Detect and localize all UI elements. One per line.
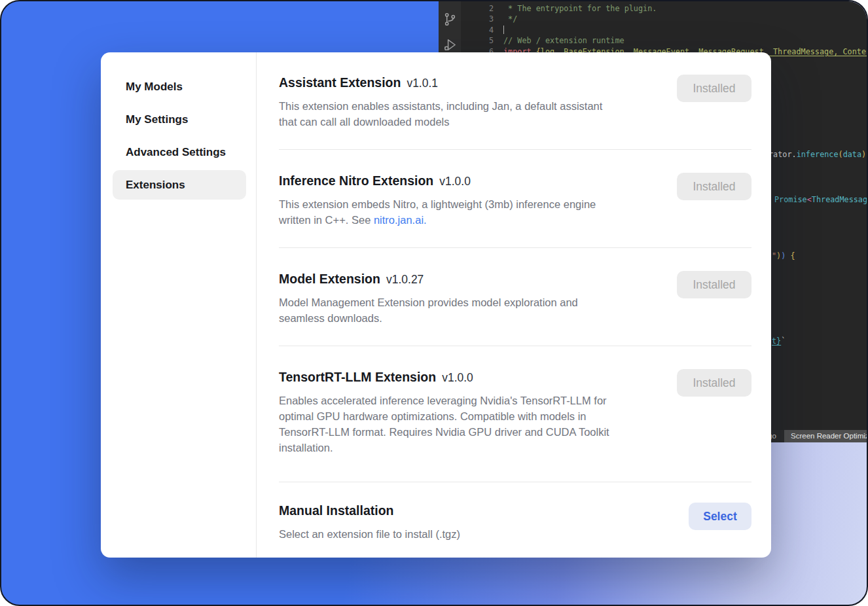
sidebar-item-advanced-settings[interactable]: Advanced Settings [113,137,246,167]
code-text: ( [839,150,843,159]
code-text: inference [797,150,839,159]
extension-version: v1.0.0 [442,371,473,385]
extension-name: TensortRT-LLM Extension [279,368,436,385]
extension-title-line: Inference Nitro Extension v1.0.0 [279,172,662,189]
description-line: seamless downloads. [279,310,662,326]
code-text: data [843,150,861,159]
code-text: < [807,195,812,204]
extension-name: Inference Nitro Extension [279,172,433,189]
extension-description: Enables accelerated inference leveraging… [279,393,662,455]
extension-description: This extension enables assistants, inclu… [279,98,662,130]
sidebar-item-my-settings[interactable]: My Settings [113,105,246,134]
extension-info: Model Extension v1.0.27 Model Management… [279,270,662,326]
installed-button[interactable]: Installed [677,75,751,102]
installed-button[interactable]: Installed [677,369,751,397]
settings-modal: My Models My Settings Advanced Settings … [101,52,771,558]
extension-description: This extension embeds Nitro, a lightweig… [279,196,662,228]
sidebar-item-my-models[interactable]: My Models [113,72,246,101]
line-number: 4 [461,25,503,35]
code-comment: */ [503,14,517,24]
line-number: 2 [461,3,503,14]
extensions-list: Assistant Extension v1.0.1 This extensio… [257,52,771,558]
description-line: that can call all downloaded models [279,114,662,130]
code-text: ` [781,336,786,346]
description-line: This extension embeds Nitro, a lightweig… [279,196,662,212]
description-line: installation. [279,440,662,455]
line-number: 3 [461,14,503,24]
code-text: ThreadMessage [812,195,868,204]
extension-info: Assistant Extension v1.0.1 This extensio… [279,74,662,130]
description-line: Model Management Extension provides mode… [279,294,662,310]
installed-button[interactable]: Installed [677,173,751,200]
description-line: Select an extension file to install (.tg… [279,526,662,542]
code-fragment: ")) { [772,251,795,260]
app-background: 2 * The entrypoint for the plugin. 3 */ … [0,0,868,606]
extension-title-line: Manual Installation [279,502,662,519]
code-text: )); [861,150,868,159]
description-line: TensorRT-LLM format. Requires Nvidia GPU… [279,424,662,440]
settings-sidebar: My Models My Settings Advanced Settings … [101,52,257,558]
extension-name: Assistant Extension [279,74,401,91]
extension-name: Manual Installation [279,502,394,519]
extension-version: v1.0.0 [439,175,471,188]
code-text: t} [772,336,781,346]
nitro-jan-ai-link[interactable]: nitro.jan.ai. [374,214,427,226]
code-text: Promise [774,195,807,204]
extension-info: Manual Installation Select an extension … [279,502,662,542]
code-comment: * The entrypoint for the plugin. [503,3,657,14]
code-fragment: Promise<ThreadMessage> [774,195,868,204]
extension-row-model: Model Extension v1.0.27 Model Management… [279,248,751,346]
extension-description: Model Management Extension provides mode… [279,294,662,326]
extension-row-manual-installation: Manual Installation Select an extension … [279,482,751,558]
extension-version: v1.0.27 [386,273,424,287]
code-comment: // Web / extension runtime [503,35,624,46]
code-line: 2 * The entrypoint for the plugin. [461,3,868,14]
sidebar-item-extensions[interactable]: Extensions [113,170,246,200]
code-lines: 2 * The entrypoint for the plugin. 3 */ … [461,3,868,57]
description-line: written in C++. See nitro.jan.ai. [279,212,662,228]
extension-description: Select an extension file to install (.tg… [279,526,662,542]
extension-title-line: Assistant Extension v1.0.1 [279,74,662,91]
extension-info: Inference Nitro Extension v1.0.0 This ex… [279,172,662,228]
code-text: { [786,251,795,260]
code-line: 3 */ [461,14,868,24]
code-text: rator. [769,150,797,159]
description-line: Enables accelerated inference leveraging… [279,393,662,408]
extension-info: TensortRT-LLM Extension v1.0.0 Enables a… [279,368,662,455]
code-fragment: t}` [772,336,786,346]
extension-version: v1.0.1 [407,77,438,90]
description-line: optimal GPU hardware optimizations. Comp… [279,408,662,424]
source-control-icon[interactable] [443,12,458,27]
installed-button[interactable]: Installed [677,271,751,298]
code-line: 5 // Web / extension runtime [461,35,868,46]
extension-name: Model Extension [279,270,380,287]
select-file-button[interactable]: Select [689,503,751,530]
extension-title-line: TensortRT-LLM Extension v1.0.0 [279,368,662,385]
code-line: 4 [461,25,868,35]
run-and-debug-icon[interactable] [443,37,458,52]
extension-row-inference-nitro: Inference Nitro Extension v1.0.0 This ex… [279,150,751,248]
text-cursor [503,26,504,34]
description-text: written in C++. See [279,214,374,226]
code-fragment: rator.inference(data)); [769,150,868,159]
extension-title-line: Model Extension v1.0.27 [279,270,662,287]
description-line: This extension enables assistants, inclu… [279,98,662,114]
extension-row-tensorrt-llm: TensortRT-LLM Extension v1.0.0 Enables a… [279,346,751,482]
line-number: 5 [461,35,503,46]
screen-reader-status[interactable]: Screen Reader Optimize [784,430,868,442]
extension-row-assistant: Assistant Extension v1.0.1 This extensio… [279,52,751,150]
